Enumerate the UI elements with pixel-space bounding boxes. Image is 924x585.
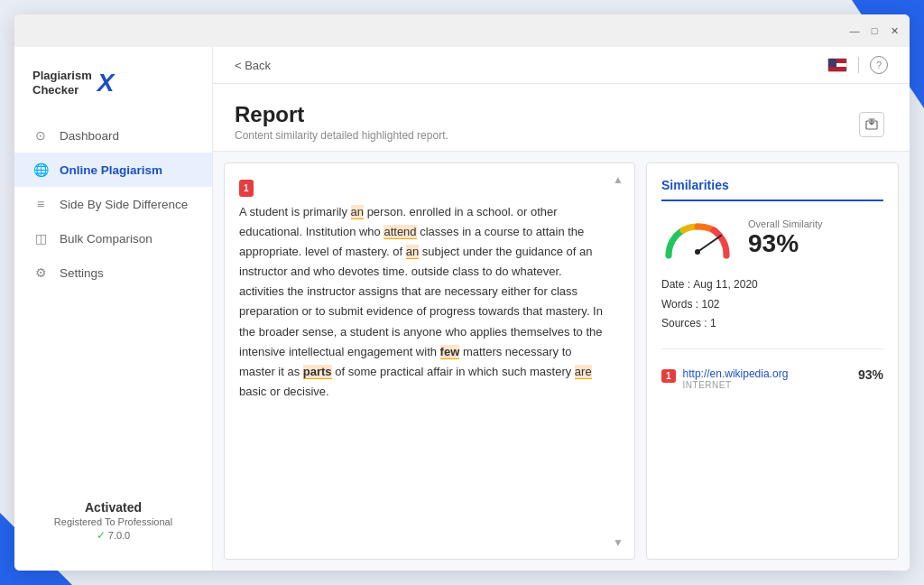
overall-percent: 93% (748, 229, 883, 258)
gauge-wrapper (661, 216, 734, 261)
overall-similarity: Overall Similarity 93% (748, 218, 883, 258)
minimize-button[interactable]: — (848, 24, 861, 37)
sidebar-item-side-by-side-label: Side By Side Difference (60, 198, 188, 211)
logo-x: X (97, 70, 115, 96)
sidebar-item-online-plagiarism[interactable]: 🌐 Online Plagiarism (14, 153, 212, 187)
globe-icon: 🌐 (32, 162, 49, 178)
svg-line-1 (698, 236, 721, 252)
version-label: ✓ 7.0.0 (32, 529, 194, 542)
layers-icon: ◫ (32, 230, 49, 246)
source-type: INTERNET (683, 380, 851, 390)
sidebar-item-settings-label: Settings (60, 266, 104, 280)
report-title: Report (235, 102, 888, 127)
report-subtitle: Content similarity detailed highlighted … (235, 129, 888, 142)
similarity-panel: Similarities (646, 162, 899, 560)
highlighted-attend: attend (383, 225, 416, 239)
highlighted-are: are (575, 365, 592, 379)
highlighted-few: few (440, 345, 460, 359)
gauge-container: Overall Similarity 93% (661, 216, 883, 261)
source-percent: 93% (858, 367, 883, 382)
sidebar-item-online-plagiarism-label: Online Plagiarism (60, 163, 162, 177)
export-button[interactable] (859, 112, 884, 137)
source-badge: 1 (239, 180, 254, 197)
source-details: http://en.wikipedia.org INTERNET (683, 367, 851, 390)
gauge-svg (661, 216, 734, 261)
logo-area: Plagiarism Checker X (14, 61, 212, 118)
highlighted-an2: an (406, 245, 419, 259)
source-number-badge: 1 (661, 369, 676, 383)
sidebar-item-dashboard[interactable]: ⊙ Dashboard (14, 118, 212, 153)
list-icon: ≡ (32, 196, 49, 212)
divider (858, 57, 859, 73)
text-content: 1 A student is primarily an person. enro… (225, 163, 634, 559)
source-item: 1 http://en.wikipedia.org INTERNET 93% (661, 360, 883, 397)
registered-label: Registered To Professional (32, 516, 194, 527)
similarities-tab[interactable]: Similarities (661, 178, 883, 201)
sidebar-item-dashboard-label: Dashboard (60, 129, 119, 143)
divider (661, 348, 883, 349)
gear-icon: ⚙ (32, 265, 49, 281)
scroll-down-button[interactable]: ▼ (609, 534, 627, 552)
sidebar-item-side-by-side[interactable]: ≡ Side By Side Difference (14, 187, 212, 221)
check-icon: ✓ (97, 529, 106, 542)
main-panels: ▲ 1 A student is primarily an person. en… (213, 152, 910, 571)
help-icon[interactable]: ? (870, 56, 888, 74)
app-body: Plagiarism Checker X ⊙ Dashboard 🌐 Onlin… (14, 47, 910, 571)
title-bar: — □ ✕ (14, 14, 910, 47)
sidebar-item-bulk-comparison-label: Bulk Comparison (60, 232, 152, 246)
meta-info: Date : Aug 11, 2020 Words : 102 Sources … (661, 275, 883, 334)
close-button[interactable]: ✕ (888, 24, 901, 37)
flag-icon (827, 58, 847, 72)
paragraph-text: A student is primarily an person. enroll… (239, 202, 605, 402)
back-link[interactable]: < Back (235, 59, 271, 72)
scroll-up-button[interactable]: ▲ (609, 171, 627, 189)
logo-line1: Plagiarism Checker (32, 69, 92, 97)
header-right: ? (827, 56, 888, 74)
app-window: — □ ✕ Plagiarism Checker X ⊙ Dashboard 🌐 (14, 14, 910, 571)
sidebar-item-bulk-comparison[interactable]: ◫ Bulk Comparison (14, 221, 212, 255)
overall-label: Overall Similarity (748, 218, 883, 229)
sidebar: Plagiarism Checker X ⊙ Dashboard 🌐 Onlin… (14, 47, 213, 571)
maximize-button[interactable]: □ (868, 24, 881, 37)
meta-words: Words : 102 (661, 295, 883, 315)
text-panel: ▲ 1 A student is primarily an person. en… (224, 162, 635, 560)
highlighted-an: an (351, 205, 364, 219)
meta-sources: Sources : 1 (661, 314, 883, 334)
source-url[interactable]: http://en.wikipedia.org (683, 367, 851, 380)
sidebar-bottom: Activated Registered To Professional ✓ 7… (14, 486, 212, 556)
highlighted-parts: parts (303, 365, 332, 379)
activated-label: Activated (32, 500, 194, 515)
svg-point-2 (695, 249, 700, 255)
content-area: < Back ? Report Content similarity detai… (213, 47, 910, 571)
meta-date: Date : Aug 11, 2020 (661, 275, 883, 295)
logo-text: Plagiarism Checker (32, 69, 92, 97)
report-section: Report Content similarity detailed highl… (213, 84, 910, 152)
clock-icon: ⊙ (32, 127, 49, 144)
sidebar-item-settings[interactable]: ⚙ Settings (14, 255, 212, 290)
content-header: < Back ? (213, 47, 910, 84)
